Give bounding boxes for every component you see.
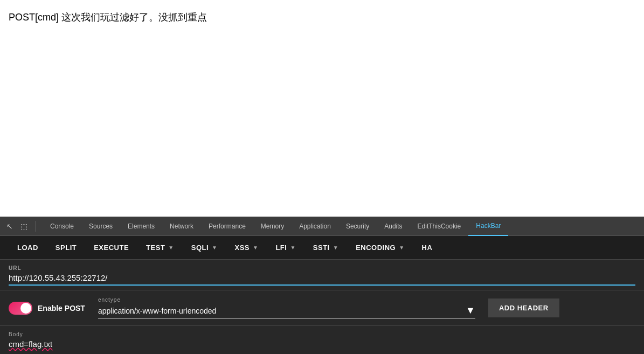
- tab-application[interactable]: Application: [292, 217, 338, 236]
- test-button[interactable]: TEST ▼: [137, 236, 183, 260]
- split-button[interactable]: SPLIT: [47, 236, 85, 260]
- add-header-button[interactable]: ADD HEADER: [488, 299, 559, 317]
- ssti-dropdown-arrow: ▼: [333, 245, 338, 251]
- toggle-knob: [20, 303, 31, 314]
- hackbar-toolbar: LOAD SPLIT EXECUTE TEST ▼ SQLI ▼ XSS ▼ L…: [0, 236, 644, 260]
- body-value[interactable]: cmd=flag.txt: [9, 339, 635, 349]
- main-content: POST[cmd] 这次我们玩过滤好了。没抓到重点: [0, 0, 644, 124]
- tab-security[interactable]: Security: [338, 217, 377, 236]
- post-section: Enable POST enctype application/x-www-fo…: [0, 290, 644, 326]
- lfi-button[interactable]: LFI ▼: [267, 236, 304, 260]
- execute-button[interactable]: EXECUTE: [85, 236, 137, 260]
- tab-performance[interactable]: Performance: [201, 217, 253, 236]
- encoding-button[interactable]: ENCODING ▼: [347, 236, 413, 260]
- body-label: Body: [9, 331, 635, 337]
- url-section: URL http://120.55.43.255:22712/: [0, 260, 644, 290]
- tab-bar: ↖ ⬚ Console Sources Elements Network Per…: [0, 217, 644, 236]
- url-label: URL: [9, 265, 635, 271]
- sqli-dropdown-arrow: ▼: [212, 245, 217, 251]
- tab-network[interactable]: Network: [162, 217, 201, 236]
- device-icon[interactable]: ⬚: [18, 221, 29, 232]
- tab-hackbar[interactable]: HackBar: [468, 217, 508, 236]
- cursor-icon[interactable]: ↖: [4, 221, 15, 232]
- lfi-dropdown-arrow: ▼: [290, 245, 295, 251]
- main-text: POST[cmd] 这次我们玩过滤好了。没抓到重点: [9, 12, 207, 23]
- tab-audits[interactable]: Audits: [377, 217, 410, 236]
- toggle-label: Enable POST: [38, 304, 85, 313]
- tab-sources[interactable]: Sources: [81, 217, 120, 236]
- load-button[interactable]: LOAD: [9, 236, 47, 260]
- ssti-button[interactable]: SSTI ▼: [304, 236, 347, 260]
- ha-button[interactable]: HA: [413, 236, 441, 260]
- enctype-value: application/x-www-form-urlencoded: [98, 307, 466, 315]
- enable-post-toggle[interactable]: [9, 302, 32, 315]
- devtools-panel: ↖ ⬚ Console Sources Elements Network Per…: [0, 217, 644, 354]
- tab-bar-icons: ↖ ⬚: [4, 221, 36, 232]
- body-section: Body cmd=flag.txt: [0, 326, 644, 354]
- tab-console[interactable]: Console: [43, 217, 81, 236]
- encoding-dropdown-arrow: ▼: [399, 245, 404, 251]
- toggle-container: Enable POST: [9, 302, 85, 315]
- tab-editthiscookie[interactable]: EditThisCookie: [410, 217, 469, 236]
- enctype-label: enctype: [98, 297, 475, 303]
- tab-elements[interactable]: Elements: [120, 217, 162, 236]
- enctype-select-wrapper[interactable]: application/x-www-form-urlencoded ▼: [98, 305, 475, 319]
- url-value[interactable]: http://120.55.43.255:22712/: [9, 273, 635, 286]
- xss-dropdown-arrow: ▼: [253, 245, 258, 251]
- xss-button[interactable]: XSS ▼: [226, 236, 267, 260]
- tab-memory[interactable]: Memory: [253, 217, 292, 236]
- test-dropdown-arrow: ▼: [168, 245, 174, 251]
- enctype-dropdown-arrow[interactable]: ▼: [466, 305, 475, 316]
- sqli-button[interactable]: SQLI ▼: [183, 236, 226, 260]
- enctype-section: enctype application/x-www-form-urlencode…: [98, 297, 475, 319]
